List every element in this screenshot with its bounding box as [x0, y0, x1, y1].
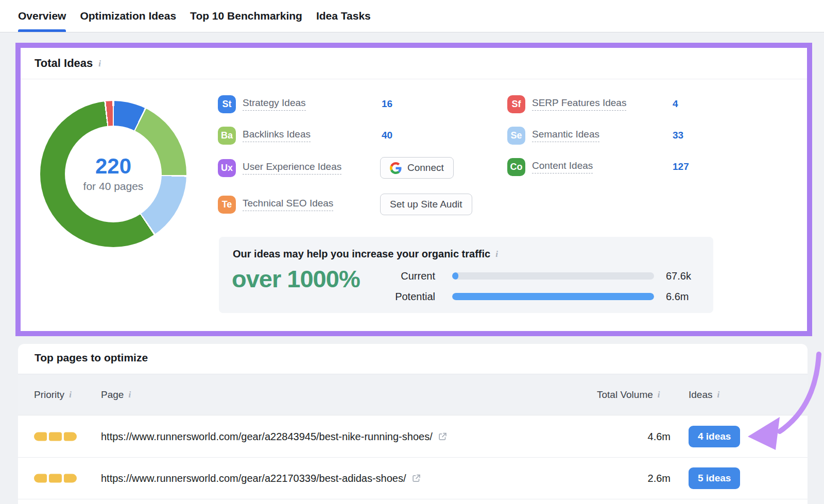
total-ideas-header: Total Ideas i [21, 48, 807, 79]
idea-row-technical-seo: Te Technical SEO Ideas Set up Site Audit [218, 193, 527, 216]
tab-bar: Overview Optimization Ideas Top 10 Bench… [0, 0, 824, 32]
info-icon[interactable]: i [69, 390, 72, 399]
priority-indicator [34, 432, 77, 441]
setup-site-audit-label: Set up Site Audit [390, 199, 462, 210]
top-pages-card: Top pages to optimize Priority i Page i … [18, 344, 808, 504]
backlinks-ideas-count: 40 [382, 130, 392, 141]
current-traffic-bar-fill [452, 272, 458, 280]
idea-row-serp-features: Sf SERP Features Ideas 4 [507, 93, 729, 115]
info-icon[interactable]: i [717, 390, 719, 399]
potential-traffic-bar [452, 293, 654, 300]
column-header-priority: Priority i [34, 374, 72, 415]
potential-traffic-bar-fill [452, 293, 654, 300]
page-url-link[interactable]: https://www.runnersworld.com/gear/a22170… [101, 472, 421, 484]
total-ideas-card: Total Ideas i 220 for 40 pages St Strate… [15, 43, 812, 336]
tab-idea-tasks[interactable]: Idea Tasks [316, 0, 371, 32]
top-pages-title: Top pages to optimize [35, 352, 148, 364]
organic-traffic-title-row: Our ideas may help you increase your org… [233, 248, 498, 260]
user-experience-ideas-link[interactable]: User Experience Ideas [243, 161, 341, 175]
ideas-count-button[interactable]: 4 ideas [689, 426, 740, 447]
info-icon[interactable]: i [495, 250, 498, 258]
user-experience-badge-icon: Ux [218, 159, 236, 177]
donut-total-value: 220 [95, 155, 131, 177]
serp-features-badge-icon: Sf [507, 95, 525, 113]
organic-traffic-panel: Our ideas may help you increase your org… [219, 237, 713, 313]
table-row: https://www.runnersworld.com/gear/a22170… [18, 457, 808, 499]
connect-google-button[interactable]: Connect [380, 157, 454, 179]
strategy-badge-icon: St [218, 95, 236, 113]
content-ideas-link[interactable]: Content Ideas [532, 160, 593, 173]
page-url-text: https://www.runnersworld.com/gear/a22170… [101, 472, 406, 484]
page-url-text: https://www.runnersworld.com/gear/a22843… [101, 430, 433, 442]
semantic-ideas-count: 33 [673, 130, 683, 141]
traffic-increase-highlight: over 1000% [232, 265, 360, 293]
priority-indicator [34, 474, 77, 482]
total-ideas-donut-chart: 220 for 40 pages [40, 101, 186, 247]
ideas-count-button[interactable]: 5 ideas [689, 467, 740, 489]
donut-total-sublabel: for 40 pages [83, 180, 144, 193]
page-header-label: Page [101, 389, 124, 401]
top-pages-table-header: Priority i Page i Total Volume i Ideas i [18, 374, 808, 415]
potential-traffic-label: Potential [373, 291, 435, 303]
technical-seo-badge-icon: Te [218, 196, 236, 214]
idea-row-backlinks: Ba Backlinks Ideas 40 [218, 124, 527, 147]
idea-row-semantic: Se Semantic Ideas 33 [507, 124, 729, 147]
on-page-seo-checker-overview: Overview Optimization Ideas Top 10 Bench… [0, 0, 824, 504]
donut-center: 220 for 40 pages [65, 126, 162, 222]
setup-site-audit-button[interactable]: Set up Site Audit [380, 194, 472, 215]
google-logo-icon [390, 162, 402, 174]
external-link-icon[interactable] [438, 431, 448, 441]
backlinks-badge-icon: Ba [218, 127, 236, 145]
ideas-header-label: Ideas [689, 389, 712, 401]
priority-header-label: Priority [34, 389, 64, 401]
total-volume-value: 4.6m [590, 430, 671, 442]
tab-optimization-ideas[interactable]: Optimization Ideas [80, 0, 176, 32]
tab-overview[interactable]: Overview [18, 0, 66, 32]
potential-traffic-value: 6.6m [666, 291, 689, 303]
idea-row-content: Co Content Ideas 127 [507, 155, 729, 178]
connect-button-label: Connect [407, 162, 444, 173]
backlinks-ideas-link[interactable]: Backlinks Ideas [243, 129, 311, 142]
info-icon[interactable]: i [128, 390, 131, 399]
tab-top10-benchmarking[interactable]: Top 10 Benchmarking [190, 0, 302, 32]
external-link-icon[interactable] [411, 473, 421, 483]
info-icon[interactable]: i [98, 59, 101, 68]
semantic-badge-icon: Se [507, 127, 525, 145]
column-header-ideas: Ideas i [689, 374, 719, 415]
strategy-ideas-link[interactable]: Strategy Ideas [243, 97, 306, 111]
serp-features-ideas-count: 4 [673, 98, 678, 110]
idea-row-strategy: St Strategy Ideas 16 [218, 93, 527, 115]
current-traffic-value: 67.6k [666, 270, 691, 282]
column-header-page: Page i [101, 374, 131, 415]
total-volume-header-label: Total Volume [597, 389, 653, 401]
technical-seo-ideas-link[interactable]: Technical SEO Ideas [243, 198, 333, 211]
organic-traffic-title: Our ideas may help you increase your org… [233, 248, 490, 260]
strategy-ideas-count: 16 [382, 98, 392, 110]
total-volume-value: 2.6m [590, 472, 671, 484]
idea-row-user-experience: Ux User Experience Ideas Connect [218, 157, 527, 179]
serp-features-ideas-link[interactable]: SERP Features Ideas [532, 97, 626, 111]
current-traffic-label: Current [373, 270, 435, 282]
page-url-link[interactable]: https://www.runnersworld.com/gear/a22843… [101, 430, 448, 442]
content-badge-icon: Co [507, 158, 525, 176]
info-icon[interactable]: i [658, 390, 660, 399]
total-ideas-title: Total Ideas [35, 57, 93, 70]
semantic-ideas-link[interactable]: Semantic Ideas [532, 129, 599, 142]
column-header-total-volume: Total Volume i [597, 374, 660, 415]
current-traffic-bar [452, 272, 654, 280]
content-ideas-count: 127 [673, 161, 689, 172]
table-row: https://www.runnersworld.com/gear/a22843… [18, 415, 808, 458]
